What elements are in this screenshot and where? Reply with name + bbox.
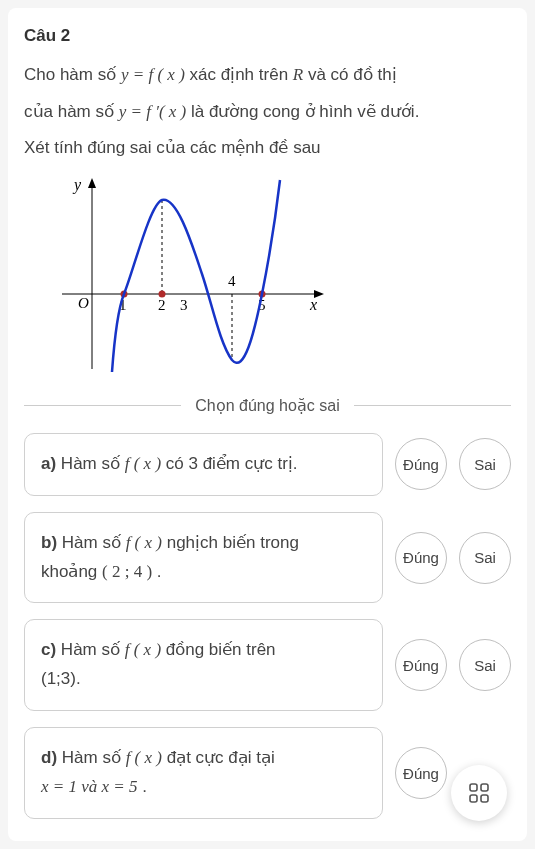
- true-button[interactable]: Đúng: [395, 639, 447, 691]
- option-box: a) Hàm số f ( x ) có 3 điểm cực trị.: [24, 433, 383, 496]
- text: Cho hàm số: [24, 65, 121, 84]
- svg-rect-19: [470, 795, 477, 802]
- option-key: d): [41, 748, 57, 767]
- text: đồng biến trên: [166, 640, 276, 659]
- question-text-line-3: Xét tính đúng sai của các mệnh đề sau: [24, 133, 511, 164]
- text: .: [157, 562, 162, 581]
- grid-menu-button[interactable]: [451, 765, 507, 821]
- text: (1;3).: [41, 669, 81, 688]
- grid-icon: [469, 783, 489, 803]
- option-key: b): [41, 533, 57, 552]
- text: nghịch biến trong: [167, 533, 299, 552]
- text: Hàm số: [61, 454, 125, 473]
- math-fx: f ( x ): [126, 748, 162, 767]
- math-fx: f ( x ): [126, 533, 162, 552]
- true-button[interactable]: Đúng: [395, 438, 447, 490]
- svg-point-15: [159, 290, 166, 297]
- text: xác định trên: [190, 65, 293, 84]
- svg-text:O: O: [78, 295, 89, 311]
- text: khoảng: [41, 562, 102, 581]
- text: đạt cực đại tại: [167, 748, 275, 767]
- option-box: b) Hàm số f ( x ) nghịch biến trong khoả…: [24, 512, 383, 604]
- option-row-d: d) Hàm số f ( x ) đạt cực đại tại x = 1 …: [24, 727, 511, 819]
- math-fx: f ( x ): [125, 640, 161, 659]
- math-y-fprime: y = f ′( x ): [119, 102, 187, 121]
- math-x-values: x = 1 và x = 5: [41, 777, 138, 796]
- svg-text:4: 4: [228, 273, 236, 289]
- question-card: Câu 2 Cho hàm số y = f ( x ) xác định tr…: [8, 8, 527, 841]
- option-box: d) Hàm số f ( x ) đạt cực đại tại x = 1 …: [24, 727, 383, 819]
- question-text-line-2: của hàm số y = f ′( x ) là đường cong ở …: [24, 97, 511, 128]
- text: .: [142, 777, 147, 796]
- option-key: a): [41, 454, 56, 473]
- false-button[interactable]: Sai: [459, 639, 511, 691]
- svg-rect-20: [481, 795, 488, 802]
- text: Hàm số: [62, 533, 126, 552]
- true-button[interactable]: Đúng: [395, 532, 447, 584]
- option-row-a: a) Hàm số f ( x ) có 3 điểm cực trị. Đún…: [24, 433, 511, 496]
- text: có 3 điểm cực trị.: [166, 454, 298, 473]
- derivative-graph: y x O 1 2 3 4 5: [42, 174, 332, 374]
- text: của hàm số: [24, 102, 119, 121]
- instruction-divider: Chọn đúng hoặc sai: [24, 396, 511, 415]
- text: là đường cong ở hình vẽ dưới.: [191, 102, 419, 121]
- svg-rect-18: [481, 784, 488, 791]
- math-R: R: [293, 65, 303, 84]
- option-row-c: c) Hàm số f ( x ) đồng biến trên (1;3). …: [24, 619, 511, 711]
- option-box: c) Hàm số f ( x ) đồng biến trên (1;3).: [24, 619, 383, 711]
- true-button[interactable]: Đúng: [395, 747, 447, 799]
- instruction-text: Chọn đúng hoặc sai: [181, 396, 354, 415]
- svg-rect-17: [470, 784, 477, 791]
- math-y-fx: y = f ( x ): [121, 65, 185, 84]
- question-number: Câu 2: [24, 26, 511, 46]
- svg-text:3: 3: [180, 297, 188, 313]
- option-key: c): [41, 640, 56, 659]
- svg-text:2: 2: [158, 297, 166, 313]
- text: và có đồ thị: [308, 65, 397, 84]
- svg-text:x: x: [309, 296, 317, 313]
- false-button[interactable]: Sai: [459, 532, 511, 584]
- divider-line: [354, 405, 511, 406]
- text: Hàm số: [61, 640, 125, 659]
- math-fx: f ( x ): [125, 454, 161, 473]
- divider-line: [24, 405, 181, 406]
- graph-container: y x O 1 2 3 4 5: [24, 170, 511, 382]
- svg-marker-1: [88, 178, 96, 188]
- math-interval: ( 2 ; 4 ): [102, 562, 152, 581]
- question-text-line-1: Cho hàm số y = f ( x ) xác định trên R v…: [24, 60, 511, 91]
- svg-text:y: y: [72, 176, 82, 194]
- false-button[interactable]: Sai: [459, 438, 511, 490]
- text: Hàm số: [62, 748, 126, 767]
- option-row-b: b) Hàm số f ( x ) nghịch biến trong khoả…: [24, 512, 511, 604]
